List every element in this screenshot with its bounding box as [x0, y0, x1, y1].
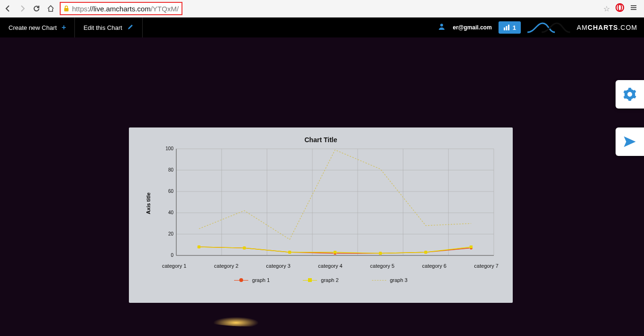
svg-text:60: 60 — [168, 189, 174, 194]
legend-item[interactable]: graph 1 — [234, 277, 270, 283]
logo-wave-icon — [527, 20, 570, 35]
svg-text:0: 0 — [171, 253, 173, 258]
x-tick-label: category 2 — [214, 263, 238, 269]
create-chart-label: Create new Chart — [9, 24, 57, 31]
pencil-icon — [127, 24, 134, 32]
svg-rect-44 — [379, 252, 382, 255]
svg-rect-42 — [288, 251, 291, 254]
y-axis-label: Axis title — [145, 192, 151, 214]
send-button[interactable] — [616, 127, 644, 156]
svg-point-2 — [618, 4, 622, 11]
svg-point-3 — [440, 24, 443, 27]
settings-button[interactable] — [616, 80, 644, 109]
brand-logo[interactable]: AMCHARTS.COM — [577, 24, 637, 31]
legend-label: graph 1 — [252, 277, 270, 283]
svg-text:80: 80 — [168, 167, 174, 173]
lock-icon — [63, 5, 69, 12]
plus-icon: + — [62, 23, 66, 32]
gear-icon — [623, 87, 637, 101]
x-tick-label: category 6 — [422, 263, 446, 269]
chart-legend: graph 1 graph 2 graph 3 — [129, 277, 513, 283]
svg-text:40: 40 — [168, 210, 174, 215]
x-tick-label: category 1 — [162, 263, 186, 269]
url-text: https://live.amcharts.com/YTQxM/ — [72, 5, 179, 13]
svg-point-1 — [616, 4, 624, 11]
svg-rect-45 — [424, 251, 427, 254]
url-bar-highlighted[interactable]: https://live.amcharts.com/YTQxM/ — [60, 2, 182, 15]
app-toolbar: Create new Chart + Edit this Chart er@gm… — [0, 18, 644, 37]
legend-item[interactable]: graph 2 — [303, 277, 338, 283]
paper-plane-icon — [623, 135, 637, 149]
home-button[interactable] — [45, 3, 56, 14]
user-email[interactable]: er@gmail.com — [453, 24, 491, 31]
chart-plot: 020406080100 — [162, 146, 499, 260]
charts-count-badge[interactable]: 1 — [499, 21, 521, 34]
bookmark-icon[interactable]: ☆ — [603, 4, 610, 13]
bar-chart-icon — [503, 24, 510, 31]
create-chart-button[interactable]: Create new Chart + — [0, 18, 75, 37]
opera-icon[interactable] — [616, 3, 624, 14]
x-tick-label: category 5 — [370, 263, 394, 269]
x-tick-label: category 7 — [474, 263, 499, 269]
svg-text:100: 100 — [165, 146, 173, 151]
chart-title: Chart Title — [129, 127, 513, 146]
svg-rect-4 — [504, 27, 505, 30]
reload-button[interactable] — [31, 3, 42, 14]
forward-button[interactable] — [17, 3, 27, 14]
edit-chart-label: Edit this Chart — [83, 24, 122, 31]
x-tick-label: category 4 — [318, 263, 342, 269]
back-button[interactable] — [3, 3, 13, 14]
svg-rect-5 — [506, 26, 507, 30]
browser-right-controls: ☆ — [603, 3, 637, 14]
chart-card: Chart Title Axis title 020406080100 cate… — [129, 127, 513, 303]
edit-chart-button[interactable]: Edit this Chart — [75, 18, 143, 37]
svg-rect-43 — [334, 251, 336, 254]
menu-icon[interactable] — [630, 4, 637, 14]
user-icon[interactable] — [437, 22, 446, 33]
legend-label: graph 2 — [321, 277, 338, 283]
svg-rect-0 — [64, 8, 69, 11]
browser-toolbar: https://live.amcharts.com/YTQxM/ ☆ — [0, 0, 644, 18]
x-axis-labels: category 1category 2category 3category 4… — [162, 263, 499, 269]
stage: Chart Title Axis title 020406080100 cate… — [0, 37, 644, 336]
svg-text:20: 20 — [168, 231, 174, 236]
svg-rect-41 — [243, 246, 246, 249]
svg-rect-46 — [470, 245, 472, 248]
legend-label: graph 3 — [390, 277, 408, 283]
svg-rect-6 — [508, 25, 509, 30]
legend-item[interactable]: graph 3 — [372, 277, 408, 283]
x-tick-label: category 3 — [266, 263, 290, 269]
svg-rect-40 — [198, 245, 200, 248]
badge-count: 1 — [513, 24, 516, 31]
